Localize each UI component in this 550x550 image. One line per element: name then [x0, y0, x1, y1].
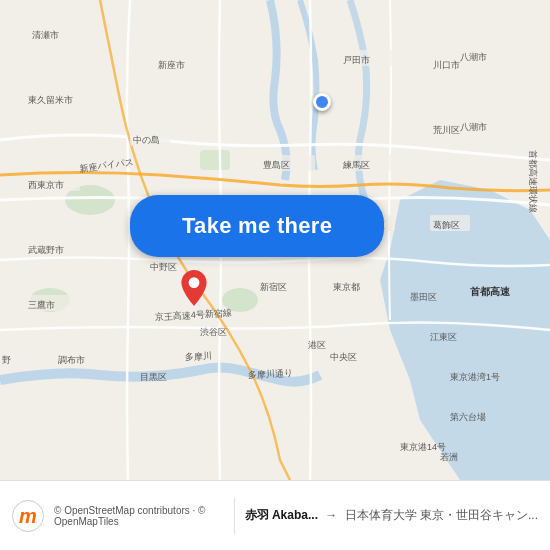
svg-text:清瀬市: 清瀬市 [32, 30, 59, 40]
svg-text:武蔵野市: 武蔵野市 [28, 245, 64, 255]
svg-text:練馬区: 練馬区 [342, 160, 370, 170]
svg-text:八潮市: 八潮市 [460, 52, 487, 62]
svg-text:豊島区: 豊島区 [263, 160, 290, 170]
svg-text:東京港湾1号: 東京港湾1号 [450, 372, 500, 382]
svg-text:三鷹市: 三鷹市 [28, 300, 55, 310]
svg-text:中の島: 中の島 [133, 135, 160, 145]
svg-text:荒川区: 荒川区 [433, 125, 460, 135]
svg-text:江東区: 江東区 [430, 332, 457, 342]
svg-point-61 [189, 277, 200, 288]
svg-text:渋谷区: 渋谷区 [200, 327, 227, 337]
svg-text:野: 野 [2, 355, 11, 365]
svg-text:戸田市: 戸田市 [343, 55, 370, 65]
svg-text:目黒区: 目黒区 [140, 372, 167, 382]
svg-text:第六台場: 第六台場 [450, 412, 486, 422]
moovit-icon: m [12, 500, 44, 532]
svg-text:首都高速環状線: 首都高速環状線 [528, 150, 538, 213]
route-from: 赤羽 Akaba... [245, 508, 318, 522]
svg-text:八潮市: 八潮市 [460, 122, 487, 132]
destination-marker [180, 270, 208, 306]
svg-text:首都高速: 首都高速 [470, 286, 511, 297]
map-container: 清瀬市 新座市 東久留米市 西東京市 中の島 武蔵野市 三鷹市 野 調布市 戸田… [0, 0, 550, 480]
svg-text:多摩川: 多摩川 [185, 351, 212, 362]
route-arrow: → [325, 508, 337, 522]
svg-text:新宿区: 新宿区 [260, 282, 287, 292]
svg-text:調布市: 調布市 [58, 355, 85, 365]
footer: m © OpenStreetMap contributors · © OpenM… [0, 480, 550, 550]
route-to: 日本体育大学 東京・世田谷キャン... [345, 508, 538, 522]
origin-marker [313, 93, 331, 111]
svg-text:港区: 港区 [308, 340, 326, 350]
svg-text:中央区: 中央区 [330, 352, 357, 362]
svg-text:墨田区: 墨田区 [410, 292, 437, 302]
svg-text:東京港14号: 東京港14号 [400, 442, 446, 452]
take-me-there-button[interactable]: Take me there [130, 195, 384, 257]
footer-divider [234, 498, 235, 534]
svg-text:若洲: 若洲 [440, 452, 458, 462]
svg-text:川口市: 川口市 [433, 60, 460, 70]
svg-text:新座市: 新座市 [158, 60, 185, 70]
svg-text:西東京市: 西東京市 [28, 180, 64, 190]
svg-text:東京都: 東京都 [333, 282, 360, 292]
route-info: 赤羽 Akaba... → 日本体育大学 東京・世田谷キャン... [245, 507, 538, 524]
svg-text:葛飾区: 葛飾区 [433, 220, 460, 230]
svg-rect-4 [200, 150, 230, 170]
svg-text:中野区: 中野区 [150, 262, 177, 272]
osm-attribution: © OpenStreetMap contributors · © OpenMap… [54, 505, 224, 527]
moovit-logo: m [12, 500, 44, 532]
svg-text:東久留米市: 東久留米市 [28, 95, 73, 105]
